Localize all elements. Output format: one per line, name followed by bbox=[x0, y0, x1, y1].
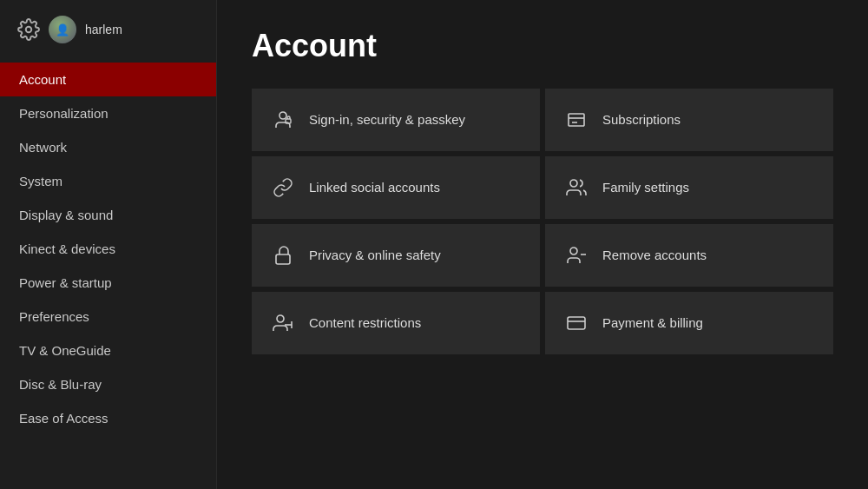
card-signin-security[interactable]: Sign-in, security & passkey bbox=[252, 89, 540, 151]
payment-icon bbox=[564, 313, 589, 334]
sidebar-item-tv-oneguide[interactable]: TV & OneGuide bbox=[0, 334, 216, 367]
sidebar-header: 👤 harlem bbox=[0, 0, 216, 59]
card-label-linked-social: Linked social accounts bbox=[309, 179, 440, 196]
svg-point-0 bbox=[26, 27, 32, 33]
card-label-payment-billing: Payment & billing bbox=[602, 314, 703, 332]
card-linked-social[interactable]: Linked social accounts bbox=[252, 156, 540, 219]
sidebar: 👤 harlem AccountPersonalizationNetworkSy… bbox=[0, 0, 217, 489]
card-label-signin-security: Sign-in, security & passkey bbox=[309, 111, 465, 129]
card-subscriptions[interactable]: Subscriptions bbox=[545, 89, 833, 151]
card-privacy-safety[interactable]: Privacy & online safety bbox=[252, 224, 540, 287]
card-label-subscriptions: Subscriptions bbox=[602, 111, 681, 129]
sidebar-item-kinect-devices[interactable]: Kinect & devices bbox=[0, 232, 216, 266]
svg-point-8 bbox=[570, 248, 577, 254]
sidebar-item-system[interactable]: System bbox=[0, 164, 216, 198]
main-content: Account Sign-in, security & passkey Subs… bbox=[217, 0, 868, 489]
svg-point-6 bbox=[570, 180, 577, 187]
sidebar-item-power-startup[interactable]: Power & startup bbox=[0, 266, 216, 300]
person-lock-icon bbox=[271, 109, 295, 130]
sidebar-item-disc-bluray[interactable]: Disc & Blu-ray bbox=[0, 367, 216, 401]
lock-icon bbox=[271, 245, 295, 266]
svg-rect-3 bbox=[569, 114, 584, 126]
avatar: 👤 bbox=[49, 16, 76, 43]
card-label-privacy-safety: Privacy & online safety bbox=[309, 247, 441, 264]
card-remove-accounts[interactable]: Remove accounts bbox=[545, 224, 833, 287]
person-remove-icon bbox=[564, 245, 589, 266]
card-label-content-restrictions: Content restrictions bbox=[309, 314, 421, 332]
card-content-restrictions[interactable]: Content restrictions bbox=[252, 292, 540, 354]
card-label-family-settings: Family settings bbox=[602, 179, 689, 196]
sidebar-item-network[interactable]: Network bbox=[0, 130, 216, 164]
card-label-remove-accounts: Remove accounts bbox=[602, 247, 707, 264]
card-family-settings[interactable]: Family settings bbox=[545, 156, 833, 219]
svg-point-10 bbox=[277, 315, 284, 322]
sidebar-item-personalization[interactable]: Personalization bbox=[0, 96, 216, 130]
linked-accounts-icon bbox=[271, 177, 295, 198]
sidebar-nav: AccountPersonalizationNetworkSystemDispl… bbox=[0, 63, 216, 435]
content-restrict-icon bbox=[271, 313, 295, 334]
svg-point-1 bbox=[279, 112, 286, 119]
svg-rect-7 bbox=[276, 254, 290, 264]
sidebar-item-ease-access[interactable]: Ease of Access bbox=[0, 401, 216, 435]
settings-grid: Sign-in, security & passkey Subscription… bbox=[252, 89, 833, 360]
card-payment-billing[interactable]: Payment & billing bbox=[545, 292, 833, 354]
sidebar-item-preferences[interactable]: Preferences bbox=[0, 300, 216, 334]
username-label: harlem bbox=[85, 23, 122, 36]
subscriptions-icon bbox=[564, 109, 589, 130]
sidebar-item-display-sound[interactable]: Display & sound bbox=[0, 198, 216, 232]
gear-icon bbox=[17, 18, 40, 41]
family-icon bbox=[564, 177, 589, 198]
page-title: Account bbox=[252, 28, 833, 64]
sidebar-item-account[interactable]: Account bbox=[0, 63, 216, 96]
svg-rect-13 bbox=[568, 317, 585, 329]
